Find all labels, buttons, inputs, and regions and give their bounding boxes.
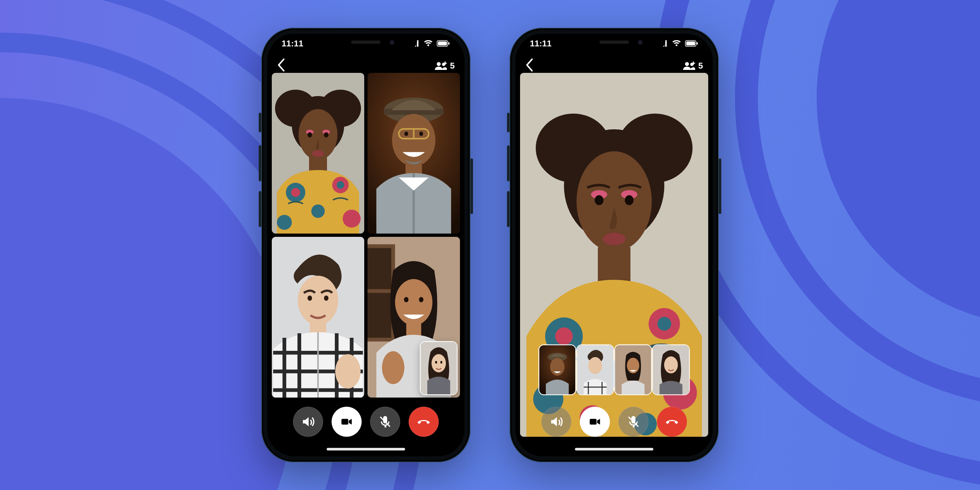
participants-button[interactable]: 5 [683, 61, 703, 71]
screen: 11:11 5 [515, 33, 713, 457]
svg-rect-54 [368, 293, 391, 338]
svg-point-57 [419, 297, 424, 302]
participant-avatar [368, 73, 460, 234]
phone-speaker-view: 11:11 5 [510, 28, 719, 462]
camera-button[interactable] [580, 407, 610, 437]
svg-point-56 [404, 297, 409, 302]
svg-point-91 [657, 317, 671, 331]
participant-avatar [615, 345, 651, 394]
svg-point-84 [595, 195, 603, 205]
speaker-button[interactable] [293, 407, 323, 437]
svg-rect-53 [368, 248, 391, 289]
svg-point-50 [335, 354, 361, 388]
phone-grid-view: 11:11 5 [261, 28, 470, 462]
svg-point-26 [277, 215, 292, 230]
chevron-left-icon [277, 59, 286, 72]
mute-button[interactable] [618, 407, 648, 437]
wifi-icon [671, 40, 681, 47]
svg-rect-6 [448, 42, 450, 45]
screen: 11:11 5 [267, 33, 465, 457]
self-pip[interactable] [421, 342, 457, 394]
self-avatar [421, 342, 457, 394]
speaker-icon [301, 415, 315, 429]
mute-button[interactable] [370, 407, 400, 437]
home-indicator[interactable] [327, 448, 405, 450]
participant-thumb-4[interactable] [615, 345, 651, 394]
home-indicator[interactable] [575, 448, 653, 450]
svg-rect-10 [443, 63, 447, 64]
svg-point-35 [404, 132, 408, 136]
svg-point-86 [603, 233, 625, 245]
svg-rect-72 [697, 42, 698, 45]
call-topbar: 5 [267, 52, 465, 79]
svg-rect-69 [665, 40, 667, 47]
svg-point-62 [435, 361, 437, 364]
camera-icon [588, 415, 602, 429]
people-icon [683, 61, 695, 70]
svg-point-20 [312, 150, 324, 157]
svg-rect-5 [438, 41, 447, 46]
participants-button[interactable]: 5 [434, 61, 455, 71]
participants-count: 5 [450, 61, 455, 71]
battery-icon [685, 40, 698, 47]
self-avatar [653, 345, 689, 394]
svg-point-27 [343, 210, 361, 228]
svg-rect-76 [692, 63, 695, 64]
speaker-icon [549, 415, 563, 429]
call-topbar: 5 [515, 52, 713, 79]
svg-point-85 [625, 195, 634, 205]
svg-point-23 [291, 188, 300, 197]
mic-off-icon [627, 415, 640, 429]
svg-point-19 [324, 132, 329, 137]
notch [563, 33, 665, 51]
svg-rect-87 [598, 247, 630, 282]
svg-point-101 [588, 357, 602, 374]
participant-thumb-2[interactable] [539, 345, 575, 394]
svg-point-32 [392, 114, 436, 166]
call-controls [515, 407, 713, 437]
back-button[interactable] [277, 59, 286, 73]
participant-thumb-3[interactable] [577, 345, 613, 394]
speaker-button[interactable] [541, 407, 571, 437]
svg-rect-71 [686, 41, 695, 46]
participant-avatar [272, 237, 364, 398]
hangup-icon [665, 415, 679, 429]
mic-off-icon [378, 415, 392, 429]
status-time: 11:11 [530, 38, 552, 49]
battery-icon [436, 40, 450, 47]
participant-tile-2[interactable] [368, 73, 460, 234]
svg-point-59 [382, 351, 404, 384]
camera-button[interactable] [332, 407, 362, 437]
svg-point-28 [311, 205, 325, 218]
svg-point-25 [337, 181, 344, 189]
back-button[interactable] [525, 59, 535, 73]
svg-point-40 [307, 296, 312, 301]
end-call-button[interactable] [657, 407, 687, 437]
phones-row: 11:11 5 [0, 0, 980, 490]
svg-point-73 [685, 62, 689, 66]
promo-canvas: 11:11 5 [0, 0, 980, 490]
self-thumb[interactable] [653, 345, 689, 394]
svg-point-41 [324, 296, 329, 301]
svg-rect-3 [417, 40, 418, 47]
hangup-icon [417, 415, 431, 429]
call-controls [267, 407, 465, 437]
participant-avatar [577, 345, 613, 394]
notch [315, 33, 417, 51]
wifi-icon [423, 40, 433, 47]
participant-tile-1[interactable] [272, 73, 364, 234]
camera-icon [340, 415, 353, 429]
svg-point-36 [420, 132, 423, 136]
svg-point-63 [440, 361, 442, 364]
people-icon [434, 61, 447, 70]
participant-tile-3[interactable] [272, 237, 364, 398]
participant-avatar [272, 73, 364, 234]
svg-rect-64 [341, 419, 348, 425]
svg-point-7 [437, 62, 441, 66]
svg-point-89 [555, 328, 573, 345]
status-time: 11:11 [282, 38, 304, 49]
svg-rect-109 [590, 419, 597, 425]
thumbnail-row [515, 345, 713, 394]
end-call-button[interactable] [409, 407, 439, 437]
participants-count: 5 [698, 61, 703, 71]
